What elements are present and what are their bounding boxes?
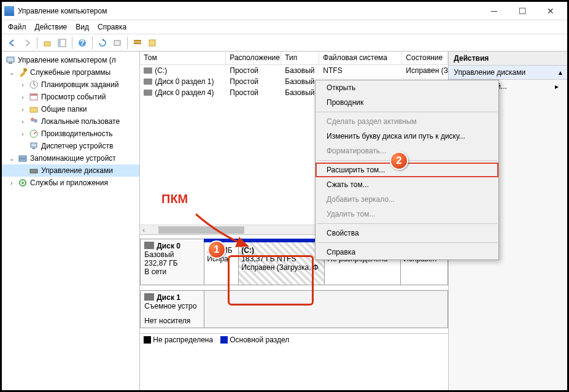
tree-shared[interactable]: › Общие папки bbox=[2, 103, 139, 115]
ctx-make-active[interactable]: Сделать раздел активным bbox=[315, 114, 498, 129]
expand-icon[interactable]: › bbox=[8, 180, 15, 186]
storage-icon bbox=[18, 153, 28, 163]
col-layout[interactable]: Расположение bbox=[226, 52, 281, 64]
users-icon bbox=[29, 117, 39, 126]
maximize-button[interactable]: ☐ bbox=[508, 2, 536, 20]
show-hide-tree-button[interactable] bbox=[55, 36, 69, 50]
svg-rect-19 bbox=[31, 143, 37, 147]
svg-rect-5 bbox=[114, 40, 120, 45]
refresh-button[interactable] bbox=[96, 36, 109, 50]
menu-view[interactable]: Вид bbox=[75, 23, 89, 31]
tree-root[interactable]: Управление компьютером (л bbox=[2, 54, 139, 66]
help-button[interactable]: ? bbox=[75, 36, 89, 50]
toolbar-btn-6[interactable] bbox=[131, 36, 144, 50]
ctx-shrink-volume[interactable]: Сжать том... bbox=[315, 177, 498, 192]
svg-rect-6 bbox=[134, 42, 141, 44]
col-type[interactable]: Тип bbox=[281, 52, 319, 64]
tree-label: Локальные пользовате bbox=[41, 117, 120, 126]
ctx-open[interactable]: Открыть bbox=[315, 80, 498, 95]
drive-icon bbox=[144, 79, 152, 85]
disk1-row: Диск 1 Съемное устро Нет носителя bbox=[140, 290, 448, 328]
menu-bar: Файл Действие Вид Справка bbox=[2, 20, 567, 34]
expand-icon[interactable]: › bbox=[19, 94, 26, 101]
tree-label: Службы и приложения bbox=[30, 179, 108, 187]
performance-icon bbox=[29, 129, 39, 139]
up-button[interactable] bbox=[41, 36, 54, 50]
ctx-properties[interactable]: Свойства bbox=[315, 226, 498, 240]
expand-icon[interactable]: › bbox=[19, 118, 26, 125]
services-icon bbox=[18, 178, 28, 188]
ctx-help[interactable]: Справка bbox=[315, 245, 498, 259]
annotation-badge-2: 2 bbox=[390, 152, 408, 170]
tree-scheduler[interactable]: › Планировщик заданий bbox=[2, 79, 139, 91]
forward-button[interactable] bbox=[20, 36, 34, 50]
disk-icon bbox=[29, 166, 39, 175]
tree-storage[interactable]: ⌄ Запоминающие устройст bbox=[2, 152, 139, 164]
svg-rect-7 bbox=[134, 40, 141, 42]
tree-services-tools[interactable]: ⌄ Служебные программы bbox=[2, 66, 139, 79]
clock-icon bbox=[29, 80, 39, 90]
annotation-badge-1: 1 bbox=[207, 240, 226, 259]
expand-icon[interactable]: › bbox=[19, 106, 26, 113]
tree-svcapps[interactable]: › Службы и приложения bbox=[2, 177, 139, 189]
folder-shared-icon bbox=[29, 104, 39, 114]
collapse-icon[interactable]: ⌄ bbox=[8, 155, 15, 162]
tree-diskmgmt[interactable]: Управление дисками bbox=[2, 164, 139, 177]
tree-eventviewer[interactable]: › Просмотр событий bbox=[2, 91, 139, 103]
svg-point-11 bbox=[23, 68, 27, 72]
tree-root-label: Управление компьютером (л bbox=[18, 56, 116, 64]
tree-localusers[interactable]: › Локальные пользовате bbox=[2, 115, 139, 128]
tree-label: Планировщик заданий bbox=[41, 80, 118, 89]
svg-rect-2 bbox=[58, 39, 61, 47]
ctx-change-letter[interactable]: Изменить букву диска или путь к диску... bbox=[315, 129, 498, 144]
actions-diskmgmt[interactable]: Управление дисками ▴ bbox=[449, 66, 567, 80]
svg-rect-10 bbox=[9, 63, 12, 64]
toolbar-btn-5[interactable] bbox=[110, 36, 124, 50]
menu-file[interactable]: Файл bbox=[8, 23, 26, 31]
toolbar-btn-7[interactable] bbox=[145, 36, 159, 50]
svg-point-17 bbox=[34, 119, 37, 123]
disk1-info[interactable]: Диск 1 Съемное устро Нет носителя bbox=[140, 290, 204, 328]
legend: Не распределена Основной раздел bbox=[140, 333, 448, 346]
collapse-icon[interactable]: ⌄ bbox=[8, 69, 15, 76]
context-menu: Открыть Проводник Сделать раздел активны… bbox=[315, 80, 499, 260]
device-icon bbox=[29, 141, 39, 151]
svg-rect-14 bbox=[30, 94, 37, 96]
close-button[interactable]: ✕ bbox=[536, 2, 565, 20]
disk1-empty[interactable] bbox=[204, 290, 448, 328]
event-icon bbox=[29, 92, 39, 102]
chevron-right-icon: ▸ bbox=[555, 82, 559, 91]
col-volume[interactable]: Том bbox=[140, 52, 226, 64]
tree-performance[interactable]: › Производительность bbox=[2, 128, 139, 140]
svg-rect-0 bbox=[44, 42, 50, 46]
drive-icon bbox=[144, 90, 152, 96]
volume-header: Том Расположение Тип Файловая система Со… bbox=[140, 52, 448, 65]
col-fs[interactable]: Файловая система bbox=[319, 52, 402, 64]
col-status[interactable]: Состояние bbox=[402, 52, 448, 64]
back-button[interactable] bbox=[6, 36, 19, 50]
ctx-explorer[interactable]: Проводник bbox=[315, 95, 498, 110]
tree-devmgr[interactable]: Диспетчер устройств bbox=[2, 140, 139, 152]
expand-icon[interactable]: › bbox=[19, 131, 26, 137]
legend-unalloc-color bbox=[144, 336, 151, 344]
tree-label: Общие папки bbox=[41, 105, 87, 113]
title-bar: Управление компьютером ─ ☐ ✕ bbox=[2, 2, 567, 20]
expand-icon[interactable]: › bbox=[19, 82, 26, 88]
legend-primary-color bbox=[220, 336, 228, 344]
app-icon bbox=[4, 6, 14, 16]
ctx-delete-volume[interactable]: Удалить том... bbox=[315, 207, 498, 221]
minimize-button[interactable]: ─ bbox=[480, 2, 508, 20]
ctx-add-mirror[interactable]: Добавить зеркало... bbox=[315, 192, 498, 207]
window-title: Управление компьютером bbox=[18, 7, 480, 15]
menu-action[interactable]: Действие bbox=[35, 23, 68, 31]
chevron-up-icon: ▴ bbox=[559, 68, 562, 77]
tree-pane: Управление компьютером (л ⌄ Служебные пр… bbox=[2, 52, 140, 391]
volume-row[interactable]: (C:) Простой Базовый NTFS Исправен (Загр… bbox=[140, 65, 448, 76]
tree-label: Служебные программы bbox=[30, 68, 110, 77]
svg-rect-9 bbox=[7, 57, 14, 62]
tree-label: Управление дисками bbox=[41, 166, 113, 175]
drive-icon bbox=[144, 67, 152, 74]
menu-help[interactable]: Справка bbox=[98, 23, 126, 31]
toolbar: ? bbox=[2, 34, 567, 52]
svg-rect-22 bbox=[19, 159, 26, 161]
